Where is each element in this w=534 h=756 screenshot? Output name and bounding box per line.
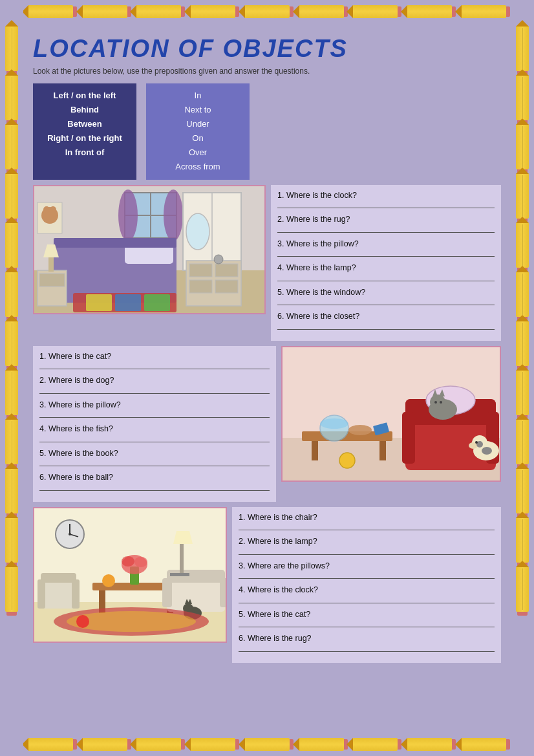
pencil-v-1 <box>5 26 18 71</box>
bedroom-svg <box>34 186 266 314</box>
answer-line-1-2[interactable] <box>277 228 495 233</box>
svg-point-41 <box>339 453 355 468</box>
svg-point-16 <box>214 255 223 264</box>
q1-6: 6. Where is the closet? <box>277 311 495 330</box>
svg-rect-15 <box>215 280 238 293</box>
pencil-vr-3 <box>516 124 529 169</box>
answer-line-2-5[interactable] <box>39 461 270 466</box>
svg-rect-44 <box>402 412 415 464</box>
svg-point-10 <box>186 213 209 250</box>
question-list-3: 1. Where is the chair? 2. Where is the l… <box>239 512 495 652</box>
svg-point-52 <box>440 401 442 404</box>
svg-rect-88 <box>180 544 184 576</box>
svg-rect-19 <box>54 238 176 248</box>
q3-1: 1. Where is the chair? <box>239 512 495 531</box>
svg-rect-36 <box>379 441 386 460</box>
answer-line-1-3[interactable] <box>277 252 495 257</box>
q1-1: 1. Where is the clock? <box>277 190 495 209</box>
svg-point-7 <box>164 189 183 241</box>
answer-line-2-2[interactable] <box>39 389 270 394</box>
exercise3: 1. Where is the chair? 2. Where is the l… <box>33 507 501 663</box>
exercise1-questions: 1. Where is the clock? 2. Where is the r… <box>271 185 501 341</box>
svg-point-6 <box>118 189 138 241</box>
pencil-v-6 <box>5 272 18 317</box>
pencil-v-12 <box>5 567 18 612</box>
svg-rect-13 <box>215 264 238 277</box>
svg-point-58 <box>475 441 478 444</box>
prep-right-2: Next to <box>159 103 237 117</box>
svg-point-51 <box>434 401 437 404</box>
answer-line-2-4[interactable] <box>39 437 270 442</box>
pencil-v-11 <box>5 517 18 563</box>
content-area: LOCATION OF OBJECTS Look at the pictures… <box>23 23 511 733</box>
svg-rect-21 <box>86 294 112 311</box>
page-title: LOCATION OF OBJECTS <box>33 35 501 63</box>
cat-scene-svg <box>283 347 501 482</box>
svg-rect-25 <box>39 274 65 286</box>
answer-line-1-4[interactable] <box>277 276 495 281</box>
prep-box-left: Left / on the left Behind Between Right … <box>33 83 136 180</box>
answer-line-3-2[interactable] <box>239 550 495 555</box>
answer-line-3-5[interactable] <box>239 622 495 627</box>
svg-rect-12 <box>189 264 212 277</box>
prep-left-4: Right / on the right <box>46 131 123 146</box>
prep-left-5: In front of <box>46 146 123 160</box>
pencil-h-b8 <box>407 738 452 751</box>
svg-rect-79 <box>162 578 172 607</box>
svg-point-39 <box>348 425 372 435</box>
answer-line-3-3[interactable] <box>239 574 495 579</box>
pencil-h-b6 <box>299 738 344 751</box>
q1-5: 5. Where is the window? <box>277 287 495 306</box>
q3-6: 6. Where is the rug? <box>239 633 495 652</box>
pencil-h-t1 <box>28 5 73 18</box>
svg-point-87 <box>76 615 89 628</box>
pencil-h-t4 <box>190 5 235 18</box>
answer-line-1-5[interactable] <box>277 300 495 305</box>
answer-line-2-3[interactable] <box>39 413 270 418</box>
exercise3-questions: 1. Where is the chair? 2. Where is the l… <box>232 507 501 663</box>
answer-line-2-1[interactable] <box>39 364 270 369</box>
pencil-h-t5 <box>244 5 290 18</box>
answer-line-2-6[interactable] <box>39 486 270 491</box>
border-top <box>23 0 511 23</box>
svg-point-31 <box>50 206 56 213</box>
svg-rect-90 <box>170 573 189 576</box>
prep-right-1: In <box>159 89 237 103</box>
q2-4: 4. Where is the fish? <box>39 424 270 442</box>
page-wrapper: LOCATION OF OBJECTS Look at the pictures… <box>0 0 534 756</box>
q2-5: 5. Where is the book? <box>39 448 270 467</box>
svg-point-48 <box>430 394 445 410</box>
svg-point-70 <box>122 556 134 567</box>
svg-rect-80 <box>220 578 227 607</box>
svg-rect-35 <box>312 441 318 460</box>
pencil-v-5 <box>5 222 18 268</box>
prep-left-2: Behind <box>46 103 123 117</box>
pencil-h-t9 <box>461 5 506 18</box>
svg-rect-22 <box>115 294 141 311</box>
question-list-2: 1. Where is the cat? 2. Where is the dog… <box>39 351 270 491</box>
pencil-vr-2 <box>516 75 529 120</box>
pencil-v-7 <box>5 321 18 366</box>
answer-line-3-1[interactable] <box>239 525 495 530</box>
pencil-h-t8 <box>407 5 452 18</box>
pencil-v-4 <box>5 173 18 219</box>
svg-marker-89 <box>173 531 193 544</box>
answer-line-1-6[interactable] <box>277 325 495 330</box>
pencil-v-8 <box>5 370 18 415</box>
pencil-h-b7 <box>352 738 398 751</box>
pencil-vr-12 <box>516 567 529 612</box>
border-bottom <box>23 733 511 756</box>
border-left <box>0 0 23 756</box>
answer-line-3-6[interactable] <box>239 647 495 652</box>
answer-line-1-1[interactable] <box>277 203 495 208</box>
q1-2: 2. Where is the rug? <box>277 214 495 233</box>
answer-line-3-4[interactable] <box>239 598 495 603</box>
pencil-vr-6 <box>516 272 529 317</box>
prepositions-area: Left / on the left Behind Between Right … <box>33 83 501 180</box>
prep-left-3: Between <box>46 117 123 131</box>
pencil-h-b3 <box>136 738 181 751</box>
svg-point-71 <box>134 557 147 567</box>
exercise2-questions: 1. Where is the cat? 2. Where is the dog… <box>33 346 276 502</box>
pencil-h-b1 <box>28 738 73 751</box>
q3-5: 5. Where is the cat? <box>239 609 495 628</box>
